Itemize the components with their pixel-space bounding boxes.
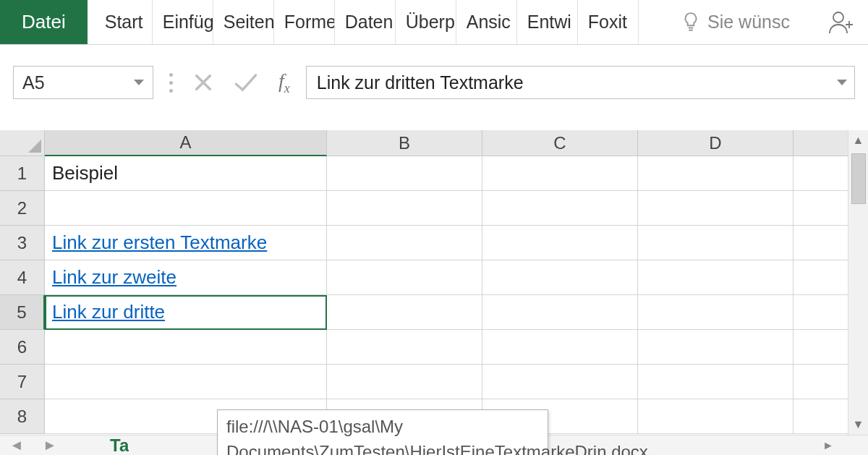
cancel-icon[interactable]	[193, 72, 213, 93]
ribbon-tabs: Start Einfüg Seiten Forme Daten Überp An…	[88, 0, 670, 44]
row-header[interactable]: 8	[0, 399, 45, 434]
col-header-B[interactable]: B	[327, 130, 482, 156]
row-header[interactable]: 3	[0, 226, 45, 260]
tab-insert[interactable]: Einfüg	[153, 0, 213, 44]
tell-me-placeholder: Sie wünsc	[707, 12, 790, 33]
row-7: 7	[0, 365, 868, 399]
cell[interactable]	[638, 399, 793, 434]
tab-view[interactable]: Ansic	[456, 0, 517, 44]
row-5: 5 Link zur dritte	[0, 295, 868, 330]
scroll-right-icon[interactable]: ►	[817, 439, 839, 452]
sheet-prev-icon[interactable]: ◄	[0, 437, 33, 454]
row-6: 6	[0, 330, 868, 365]
col-header-A[interactable]: A	[45, 130, 327, 156]
select-all-button[interactable]	[0, 130, 45, 156]
chevron-down-icon	[134, 80, 144, 85]
name-box[interactable]: A5	[13, 66, 153, 99]
cell[interactable]	[638, 191, 793, 226]
svg-point-0	[833, 12, 843, 22]
row-header[interactable]: 1	[0, 156, 45, 191]
cell[interactable]	[45, 330, 327, 365]
share-button[interactable]	[822, 0, 868, 44]
enter-icon[interactable]	[234, 72, 258, 93]
cell[interactable]	[482, 365, 638, 399]
lightbulb-icon	[681, 12, 700, 33]
vertical-scrollbar[interactable]: ▲ ▼	[848, 130, 868, 435]
name-box-value: A5	[22, 72, 45, 93]
row-2: 2	[0, 191, 868, 226]
cell[interactable]	[638, 295, 793, 330]
cell[interactable]	[638, 330, 793, 365]
row-4: 4 Link zur zweite	[0, 260, 868, 295]
row-1: 1 Beispiel	[0, 156, 868, 191]
cell[interactable]	[638, 260, 793, 295]
cell-A4-hyperlink[interactable]: Link zur zweite	[45, 260, 327, 295]
cell[interactable]	[327, 156, 482, 191]
cell[interactable]	[482, 156, 638, 191]
sheet-tab[interactable]: Ta	[67, 435, 129, 456]
tab-formulas[interactable]: Forme	[274, 0, 335, 44]
cell[interactable]	[327, 295, 482, 330]
cell[interactable]	[327, 365, 482, 399]
tab-start[interactable]: Start	[88, 0, 153, 44]
cell-A5-hyperlink[interactable]: Link zur dritte	[45, 295, 327, 330]
grid-rows: 1 Beispiel 2 3 Link zur ersten Textmarke…	[0, 156, 868, 434]
row-header[interactable]: 6	[0, 330, 45, 365]
cell-A2[interactable]	[45, 191, 327, 226]
cell[interactable]	[482, 330, 638, 365]
cell[interactable]	[327, 260, 482, 295]
col-header-D[interactable]: D	[638, 130, 793, 156]
row-header[interactable]: 2	[0, 191, 45, 226]
hyperlink-tooltip: file:///\\NAS-01\gsal\My Documents\ZumTe…	[217, 409, 548, 455]
cell[interactable]	[482, 295, 638, 330]
scroll-up-icon[interactable]: ▲	[848, 130, 868, 150]
tab-foxit[interactable]: Foxit	[578, 0, 639, 44]
tab-review[interactable]: Überp	[396, 0, 456, 44]
cell[interactable]	[482, 260, 638, 295]
formula-bar-row: A5 fx Link zur dritten Textmarke	[0, 62, 868, 103]
scroll-thumb[interactable]	[851, 153, 866, 204]
tab-data[interactable]: Daten	[335, 0, 396, 44]
scroll-down-icon[interactable]: ▼	[848, 414, 868, 435]
sheet-next-icon[interactable]: ►	[33, 437, 67, 454]
person-add-icon	[827, 9, 855, 35]
cell[interactable]	[638, 156, 793, 191]
cell-A3-hyperlink[interactable]: Link zur ersten Textmarke	[45, 226, 327, 260]
tab-pagelayout[interactable]: Seiten	[213, 0, 274, 44]
divider-icon	[169, 73, 173, 93]
formula-bar-input[interactable]: Link zur dritten Textmarke	[306, 66, 855, 99]
chevron-down-icon[interactable]	[837, 80, 847, 85]
cell[interactable]	[327, 226, 482, 260]
cell[interactable]	[482, 191, 638, 226]
ribbon: Datei Start Einfüg Seiten Forme Daten Üb…	[0, 0, 868, 45]
row-header[interactable]: 5	[0, 295, 45, 330]
cell[interactable]	[482, 226, 638, 260]
fx-icon[interactable]: fx	[278, 69, 290, 96]
formula-bar-buttons: fx	[162, 69, 297, 96]
col-header-C[interactable]: C	[482, 130, 638, 156]
cell-A1[interactable]: Beispiel	[45, 156, 327, 191]
column-headers: A B C D	[0, 130, 868, 156]
cell[interactable]	[45, 365, 327, 399]
spreadsheet-grid: A B C D 1 Beispiel 2 3 Link zur ersten T…	[0, 130, 868, 455]
row-header[interactable]: 7	[0, 365, 45, 399]
cell[interactable]	[638, 365, 793, 399]
tab-developer[interactable]: Entwi	[517, 0, 578, 44]
file-tab[interactable]: Datei	[0, 0, 88, 44]
cell[interactable]	[327, 330, 482, 365]
tell-me-search[interactable]: Sie wünsc	[670, 0, 822, 44]
row-header[interactable]: 4	[0, 260, 45, 295]
row-3: 3 Link zur ersten Textmarke	[0, 226, 868, 260]
formula-bar-value: Link zur dritten Textmarke	[317, 72, 524, 93]
cell[interactable]	[327, 191, 482, 226]
cell[interactable]	[638, 226, 793, 260]
